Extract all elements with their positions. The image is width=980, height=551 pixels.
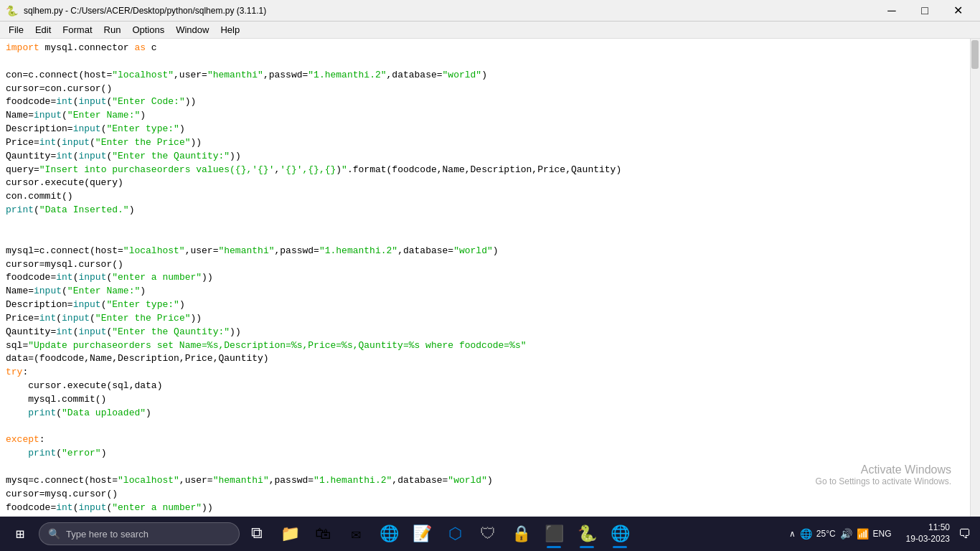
menu-format[interactable]: Format (57, 23, 98, 37)
app-icon: 🐍 (6, 5, 18, 17)
mail-icon: ✉ (351, 524, 360, 544)
titlebar: 🐍 sqlhem.py - C:/Users/ACER/Desktop/pyth… (0, 0, 980, 22)
tray-arrow[interactable]: ∧ (789, 529, 796, 539)
menu-file[interactable]: File (3, 23, 29, 37)
chrome-icon: 🌐 (380, 524, 399, 544)
edge-icon: ⬡ (448, 524, 462, 544)
language-indicator: ENG (873, 529, 892, 539)
titlebar-controls: ─ □ ✕ (875, 0, 974, 22)
scrollbar-thumb[interactable] (971, 40, 979, 69)
taskbar-mail[interactable]: ✉ (340, 518, 372, 550)
menubar: File Edit Format Run Options Window Help (0, 22, 980, 39)
search-placeholder-text: Type here to search (66, 529, 149, 540)
minimize-button[interactable]: ─ (875, 0, 908, 22)
chrome2-icon: 🌐 (611, 524, 630, 544)
menu-run[interactable]: Run (98, 23, 127, 37)
taskbar-chrome2[interactable]: 🌐 (604, 518, 636, 550)
clock[interactable]: 11:50 19-03-2023 (900, 522, 956, 545)
code-editor[interactable]: import mysql.connector as c con=c.connec… (0, 39, 980, 534)
code-content: import mysql.connector as c con=c.connec… (6, 42, 974, 534)
taskbar-vpn2[interactable]: 🔒 (505, 518, 537, 550)
taskbar-vpn1[interactable]: 🛡 (472, 518, 504, 550)
terminal-icon: ⬛ (545, 524, 564, 544)
taskbar-python-idle[interactable]: 🐍 (571, 518, 603, 550)
windows-icon: ⊞ (16, 525, 24, 543)
notes-icon: 📝 (413, 524, 432, 544)
network-icon: 🌐 (800, 528, 812, 540)
vpn2-icon: 🔒 (512, 524, 531, 544)
search-icon: 🔍 (48, 528, 60, 540)
clock-date: 19-03-2023 (906, 534, 950, 545)
scrollbar[interactable] (970, 39, 980, 534)
taskbar-right: ∧ 🌐 25°C 🔊 📶 ENG 11:50 19-03-2023 🗨 (783, 522, 977, 545)
weather-temp: 25°C (816, 529, 836, 539)
menu-edit[interactable]: Edit (29, 23, 57, 37)
titlebar-title: sqlhem.py - C:/Users/ACER/Desktop/python… (24, 6, 266, 16)
menu-options[interactable]: Options (126, 23, 170, 37)
menu-window[interactable]: Window (170, 23, 215, 37)
close-button[interactable]: ✕ (941, 0, 974, 22)
taskbar: ⊞ 🔍 Type here to search ⧉ 📁 🛍 ✉ 🌐 📝 ⬡ (0, 517, 980, 551)
task-view-icon: ⧉ (251, 524, 263, 543)
taskbar-edge[interactable]: ⬡ (439, 518, 471, 550)
taskbar-store[interactable]: 🛍 (307, 518, 339, 550)
wifi-icon: 📶 (857, 528, 869, 540)
taskbar-terminal[interactable]: ⬛ (538, 518, 570, 550)
taskbar-explorer[interactable]: 📁 (274, 518, 306, 550)
clock-time: 11:50 (906, 522, 950, 534)
maximize-button[interactable]: □ (908, 0, 941, 22)
menu-help[interactable]: Help (215, 23, 245, 37)
taskbar-chrome[interactable]: 🌐 (373, 518, 405, 550)
taskbar-notes[interactable]: 📝 (406, 518, 438, 550)
python-icon: 🐍 (578, 524, 597, 544)
notification-icon[interactable]: 🗨 (958, 527, 971, 542)
task-view-button[interactable]: ⧉ (241, 518, 273, 550)
start-button[interactable]: ⊞ (3, 517, 37, 551)
titlebar-left: 🐍 sqlhem.py - C:/Users/ACER/Desktop/pyth… (6, 5, 266, 17)
store-icon: 🛍 (315, 524, 331, 544)
taskbar-search[interactable]: 🔍 Type here to search (39, 522, 240, 545)
volume-icon: 🔊 (840, 528, 852, 540)
explorer-icon: 📁 (281, 524, 300, 544)
system-tray: ∧ 🌐 25°C 🔊 📶 ENG (783, 528, 897, 540)
vpn1-icon: 🛡 (480, 524, 496, 544)
